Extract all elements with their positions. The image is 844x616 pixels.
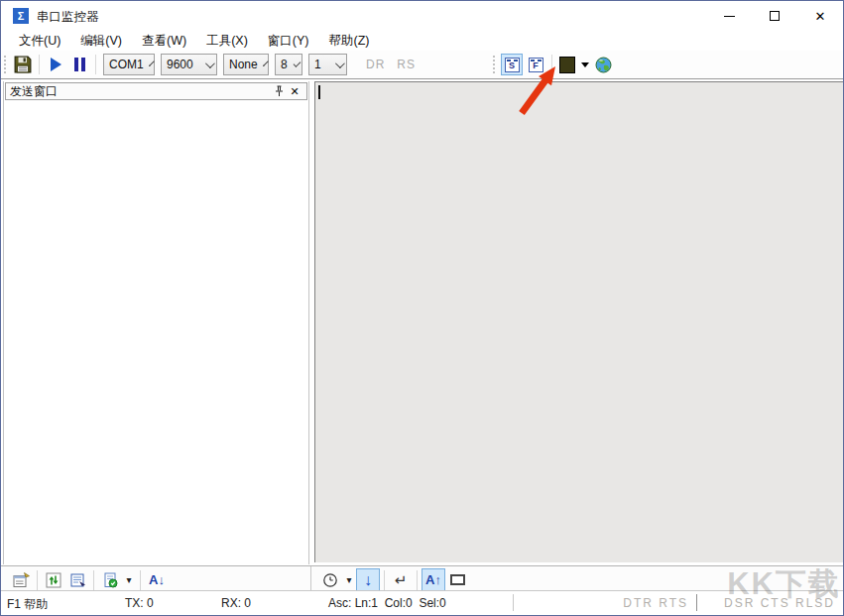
modem-indicators: DR RS — [366, 58, 416, 71]
chevron-down-icon — [293, 60, 301, 67]
status-help: F1 帮助 — [7, 596, 48, 613]
menu-bar: 文件(U) 编辑(V) 查看(W) 工具(X) 窗口(Y) 帮助(Z) — [1, 31, 843, 51]
dr-indicator: DR — [366, 58, 385, 71]
status-bar: F1 帮助 TX: 0 RX: 0 Asc: Ln:1 Col:0 Sel:0 … — [1, 590, 843, 615]
sort-send-list-button[interactable]: A↓ — [145, 568, 169, 592]
data-bits-select[interactable]: 8 — [275, 54, 302, 75]
title-bar: Σ 串口监控器 ✕ — [1, 1, 843, 31]
com-port-value: COM1 — [109, 58, 144, 71]
send-file-button[interactable] — [98, 568, 122, 592]
send-window-header[interactable]: 发送窗口 ✕ — [5, 82, 307, 100]
send-window-panel: 发送窗口 ✕ — [3, 81, 309, 564]
app-icon: Σ — [13, 8, 29, 24]
window-title: 串口监控器 — [37, 9, 99, 26]
resend-loop-button[interactable] — [42, 568, 65, 592]
send-window-icon: S — [505, 58, 520, 72]
menu-window[interactable]: 窗口(Y) — [258, 31, 319, 51]
minimize-icon — [724, 16, 735, 17]
text-color-button[interactable] — [556, 54, 578, 75]
baud-rate-select[interactable]: 9600 — [161, 54, 217, 75]
font-up-icon: A↑ — [425, 572, 441, 587]
return-icon: ↵ — [395, 572, 408, 587]
status-caret-position: Asc: Ln:1 Col:0 Sel:0 — [328, 596, 446, 610]
pin-icon — [274, 85, 285, 97]
parity-select[interactable]: None — [223, 54, 269, 75]
frame-icon — [450, 574, 465, 585]
font-size-button[interactable]: A↑ — [422, 568, 445, 592]
globe-icon — [595, 57, 612, 73]
status-tx-count: TX: 0 — [125, 596, 154, 610]
chevron-down-icon — [149, 61, 155, 66]
main-toolbar: COM1 9600 None 8 1 DR RS S F — [1, 51, 843, 78]
toolbar-grip[interactable] — [493, 56, 496, 73]
close-panel-button[interactable]: ✕ — [287, 84, 302, 98]
timestamp-dropdown-button[interactable]: ▾ — [342, 568, 356, 592]
send-properties-button[interactable] — [9, 568, 33, 592]
resize-grip[interactable] — [837, 609, 841, 613]
maximize-button[interactable] — [752, 1, 797, 31]
toolbar-grip[interactable] — [4, 56, 7, 73]
app-window: Σ 串口监控器 ✕ 文件(U) 编辑(V) 查看(W) 工具(X) 窗口(Y) … — [0, 0, 844, 616]
monitor-output-area[interactable] — [314, 81, 843, 562]
website-button[interactable] — [591, 53, 615, 76]
send-file-dropdown-button[interactable]: ▾ — [122, 568, 136, 592]
com-port-select[interactable]: COM1 — [103, 54, 155, 75]
minimize-button[interactable] — [706, 1, 752, 31]
down-arrow-icon: ↓ — [364, 572, 372, 588]
menu-file[interactable]: 文件(U) — [9, 31, 70, 51]
chevron-down-icon — [263, 61, 269, 66]
properties-icon — [13, 572, 30, 588]
word-wrap-button[interactable] — [445, 568, 469, 592]
dropdown-arrow-icon: ▾ — [346, 574, 351, 585]
send-input-area[interactable] — [5, 102, 307, 564]
dropdown-arrow-icon — [581, 62, 589, 67]
stop-bits-value: 1 — [314, 58, 321, 71]
text-color-dropdown-button[interactable] — [578, 54, 591, 75]
close-icon: ✕ — [290, 85, 299, 98]
status-dtr-rts: DTR RTS — [623, 596, 688, 610]
parity-value: None — [229, 58, 258, 71]
stop-bits-select[interactable]: 1 — [308, 54, 347, 75]
filter-window-toggle-button[interactable]: F — [525, 54, 546, 75]
status-dsr-cts-rlsd: DSR CTS RLSD — [724, 596, 835, 610]
autoscroll-button[interactable]: ↓ — [356, 568, 380, 592]
send-window-toggle-button[interactable]: S — [501, 54, 523, 75]
pin-panel-button[interactable] — [271, 84, 287, 98]
newline-mode-button[interactable]: ↵ — [389, 568, 413, 592]
filter-window-icon: F — [529, 58, 543, 72]
chevron-down-icon — [335, 59, 345, 68]
pause-monitor-button[interactable] — [67, 53, 91, 76]
data-bits-value: 8 — [281, 58, 288, 71]
baud-rate-value: 9600 — [167, 58, 193, 71]
status-divider — [513, 594, 514, 611]
status-divider — [696, 594, 697, 611]
timestamp-button[interactable] — [318, 568, 342, 592]
play-icon — [51, 58, 61, 71]
menu-tools[interactable]: 工具(X) — [196, 31, 258, 51]
save-floppy-icon — [14, 56, 32, 73]
close-button[interactable]: ✕ — [797, 1, 843, 31]
document-check-icon — [102, 572, 118, 588]
chevron-down-icon — [205, 59, 215, 68]
monitor-toolbar: ▾ ↓ ↵ A↑ — [312, 566, 843, 593]
edit-send-list-button[interactable] — [65, 568, 89, 592]
color-swatch-icon — [559, 57, 575, 73]
menu-edit[interactable]: 编辑(V) — [70, 31, 132, 51]
status-rx-count: RX: 0 — [221, 596, 251, 610]
repeat-send-icon — [46, 572, 61, 588]
maximize-icon — [770, 11, 780, 21]
edit-list-icon — [69, 572, 86, 588]
send-panel-toolbar: ▾ A↓ — [1, 566, 311, 593]
sort-az-icon: A↓ — [149, 572, 165, 587]
close-icon: ✕ — [815, 10, 826, 23]
send-window-title: 发送窗口 — [10, 83, 271, 100]
rs-indicator: RS — [397, 58, 416, 71]
start-monitor-button[interactable] — [44, 53, 67, 76]
text-caret — [318, 85, 320, 99]
pause-icon — [74, 58, 85, 71]
menu-view[interactable]: 查看(W) — [132, 31, 196, 51]
bottom-toolbar-row: ▾ A↓ ▾ ↓ — [1, 565, 843, 593]
menu-help[interactable]: 帮助(Z) — [319, 31, 380, 51]
dropdown-arrow-icon: ▾ — [126, 574, 131, 585]
save-button[interactable] — [11, 53, 35, 76]
